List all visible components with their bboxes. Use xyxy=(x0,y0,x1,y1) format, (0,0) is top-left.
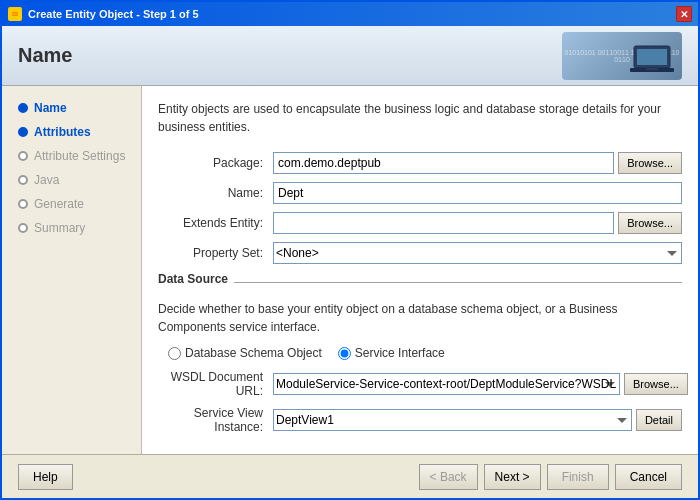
data-source-description: Decide whether to base your entity objec… xyxy=(158,300,682,336)
package-input[interactable] xyxy=(273,152,614,174)
extends-label: Extends Entity: xyxy=(158,216,273,230)
content-area: Name Attributes Attribute Settings Java … xyxy=(2,86,698,454)
property-set-label: Property Set: xyxy=(158,246,273,260)
sidebar-item-generate: Generate xyxy=(2,192,141,216)
sidebar-dot-generate xyxy=(18,199,28,209)
property-set-row: Property Set: <None> xyxy=(158,242,682,264)
service-view-row: Service View Instance: DeptView1 Detail xyxy=(158,406,682,434)
main-window: Create Entity Object - Step 1 of 5 ✕ Nam… xyxy=(0,0,700,500)
service-view-label: Service View Instance: xyxy=(158,406,273,434)
detail-button[interactable]: Detail xyxy=(636,409,682,431)
radio-db-input[interactable] xyxy=(168,347,181,360)
wsdl-select[interactable]: ModuleService-Service-context-root/DeptM… xyxy=(273,373,620,395)
sidebar-item-java: Java xyxy=(2,168,141,192)
svg-rect-0 xyxy=(10,9,20,19)
svg-rect-4 xyxy=(637,49,667,65)
package-browse-button[interactable]: Browse... xyxy=(618,152,682,174)
window-title: Create Entity Object - Step 1 of 5 xyxy=(28,8,199,20)
extends-input[interactable] xyxy=(273,212,614,234)
sidebar-item-attribute-settings: Attribute Settings xyxy=(2,144,141,168)
sidebar: Name Attributes Attribute Settings Java … xyxy=(2,86,142,454)
sidebar-dot-java xyxy=(18,175,28,185)
description-text: Entity objects are used to encapsulate t… xyxy=(158,100,682,136)
finish-button[interactable]: Finish xyxy=(547,464,609,490)
sidebar-item-summary: Summary xyxy=(2,216,141,240)
sidebar-dot-name xyxy=(18,103,28,113)
svg-rect-6 xyxy=(646,68,658,70)
close-button[interactable]: ✕ xyxy=(676,6,692,22)
service-view-select[interactable]: DeptView1 xyxy=(273,409,632,431)
sidebar-dot-attribute-settings xyxy=(18,151,28,161)
page-header: Name 01010101 00110011 10101010 01100110 xyxy=(2,26,698,86)
laptop-decoration xyxy=(630,44,674,76)
svg-rect-1 xyxy=(12,12,18,14)
name-input[interactable] xyxy=(273,182,682,204)
package-label: Package: xyxy=(158,156,273,170)
window-icon xyxy=(8,7,22,21)
wsdl-browse-button[interactable]: Browse... xyxy=(624,373,688,395)
title-bar-left: Create Entity Object - Step 1 of 5 xyxy=(8,7,199,21)
radio-row: Database Schema Object Service Interface xyxy=(158,346,682,360)
help-button[interactable]: Help xyxy=(18,464,73,490)
header-graphic: 01010101 00110011 10101010 01100110 xyxy=(562,32,682,80)
extends-row: Extends Entity: Browse... xyxy=(158,212,682,234)
section-divider-line xyxy=(234,282,682,283)
extends-browse-button[interactable]: Browse... xyxy=(618,212,682,234)
radio-db-option[interactable]: Database Schema Object xyxy=(168,346,322,360)
cancel-button[interactable]: Cancel xyxy=(615,464,682,490)
footer: Help < Back Next > Finish Cancel xyxy=(2,454,698,498)
wsdl-row: WSDL Document URL: ModuleService-Service… xyxy=(158,370,682,398)
name-row: Name: xyxy=(158,182,682,204)
sidebar-dot-summary xyxy=(18,223,28,233)
data-source-title: Data Source xyxy=(158,272,228,286)
data-source-section-header: Data Source xyxy=(158,272,682,292)
name-label: Name: xyxy=(158,186,273,200)
title-bar: Create Entity Object - Step 1 of 5 ✕ xyxy=(2,2,698,26)
next-button[interactable]: Next > xyxy=(484,464,541,490)
sidebar-item-name[interactable]: Name xyxy=(2,96,141,120)
sidebar-dot-attributes xyxy=(18,127,28,137)
package-row: Package: Browse... xyxy=(158,152,682,174)
radio-service-option[interactable]: Service Interface xyxy=(338,346,445,360)
svg-rect-2 xyxy=(12,15,18,17)
radio-db-label: Database Schema Object xyxy=(185,346,322,360)
wsdl-label: WSDL Document URL: xyxy=(158,370,273,398)
back-button[interactable]: < Back xyxy=(419,464,478,490)
property-set-select[interactable]: <None> xyxy=(273,242,682,264)
footer-left: Help xyxy=(18,464,73,490)
radio-service-label: Service Interface xyxy=(355,346,445,360)
main-content-panel: Entity objects are used to encapsulate t… xyxy=(142,86,698,454)
radio-service-input[interactable] xyxy=(338,347,351,360)
footer-right: < Back Next > Finish Cancel xyxy=(419,464,682,490)
page-title: Name xyxy=(18,44,72,67)
sidebar-item-attributes[interactable]: Attributes xyxy=(2,120,141,144)
